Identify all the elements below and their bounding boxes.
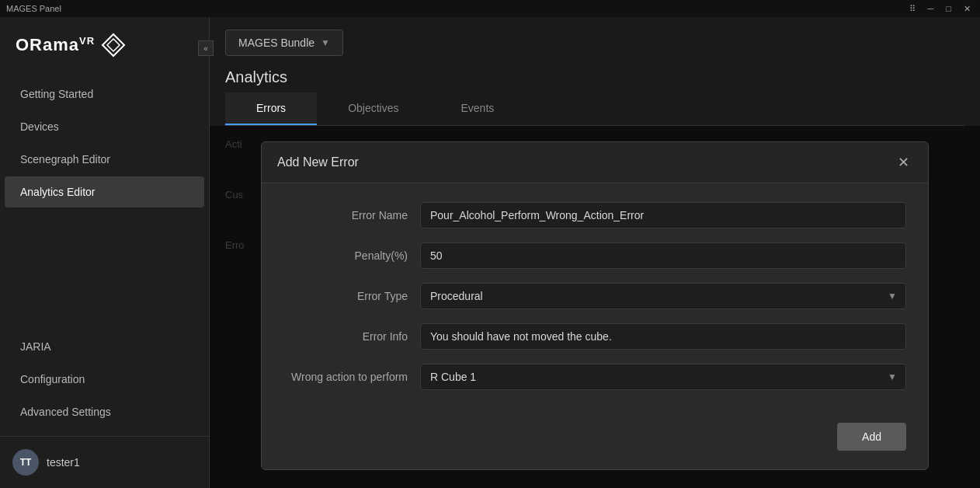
error-type-row: Error Type Procedural Safety Critical ▼: [283, 283, 906, 309]
tab-objectives[interactable]: Objectives: [317, 92, 429, 125]
sidebar-item-analytics-editor[interactable]: Analytics Editor: [5, 176, 204, 207]
bundle-dropdown-label: MAGES Bundle: [238, 37, 315, 49]
add-error-modal: Add New Error ✕ Error Name: [261, 141, 929, 470]
error-info-input[interactable]: [420, 323, 906, 350]
main-content: MAGES Bundle ▼ Analytics Errors Objectiv…: [210, 17, 980, 488]
username: tester1: [47, 456, 80, 469]
penalty-input[interactable]: [420, 242, 906, 269]
logo-text: ORamaVR: [16, 35, 95, 55]
chevron-down-icon: ▼: [321, 37, 330, 48]
error-name-input[interactable]: [420, 202, 906, 228]
sidebar-item-configuration[interactable]: Configuration: [5, 364, 204, 395]
tabs-bar: Errors Objectives Events: [225, 92, 964, 126]
sidebar-item-getting-started[interactable]: Getting Started: [5, 78, 204, 110]
sidebar-item-jaria[interactable]: JARIA: [5, 331, 204, 362]
modal-body: Error Name Penalty(%) Error Type: [262, 183, 928, 423]
sidebar-item-advanced-settings[interactable]: Advanced Settings: [5, 396, 204, 427]
penalty-row: Penalty(%): [283, 242, 906, 269]
modal-overlay: Add New Error ✕ Error Name: [210, 126, 980, 488]
title-bar-minimize[interactable]: ─: [925, 4, 937, 14]
logo-diamond-icon: [101, 33, 126, 58]
error-type-select-wrapper: Procedural Safety Critical ▼: [420, 283, 906, 309]
sidebar-collapse-button[interactable]: «: [198, 40, 214, 56]
logo-suffix: VR: [79, 35, 95, 47]
sidebar-bottom: TT tester1: [0, 436, 209, 488]
svg-marker-0: [103, 34, 124, 56]
tab-errors[interactable]: Errors: [225, 92, 317, 125]
avatar: TT: [12, 449, 39, 476]
wrong-action-select-wrapper: R Cube 1 R Cube 2 L Cube 1 ▼: [420, 364, 906, 390]
svg-marker-1: [107, 39, 120, 51]
sidebar-nav: Getting Started Devices Scenegraph Edito…: [0, 70, 209, 436]
modal-footer: Add: [262, 423, 928, 469]
bundle-dropdown[interactable]: MAGES Bundle ▼: [225, 30, 343, 56]
sidebar-logo: ORamaVR: [0, 17, 209, 70]
content-area: Acti Cus Erro Add New Error ✕: [210, 126, 980, 488]
error-type-label: Error Type: [283, 290, 408, 302]
modal-header: Add New Error ✕: [262, 142, 928, 183]
error-info-label: Error Info: [283, 330, 408, 343]
sidebar-item-scenegraph-editor[interactable]: Scenegraph Editor: [5, 144, 204, 175]
tab-events[interactable]: Events: [429, 92, 525, 125]
add-button[interactable]: Add: [837, 423, 906, 451]
title-bar-controls: ⠿ ─ □ ✕: [906, 4, 974, 14]
wrong-action-label: Wrong action to perform: [283, 371, 408, 383]
wrong-action-row: Wrong action to perform R Cube 1 R Cube …: [283, 364, 906, 390]
user-info: TT tester1: [12, 449, 196, 476]
penalty-label: Penalty(%): [283, 249, 408, 262]
error-name-row: Error Name: [283, 202, 906, 228]
sidebar: « ORamaVR Getting Started Devices Sceneg…: [0, 17, 210, 488]
title-bar: MAGES Panel ⠿ ─ □ ✕: [0, 0, 980, 17]
page-title: Analytics: [225, 68, 964, 86]
modal-close-button[interactable]: ✕: [894, 153, 912, 172]
title-bar-maximize[interactable]: □: [943, 4, 954, 14]
sidebar-item-devices[interactable]: Devices: [5, 111, 204, 142]
title-bar-dots[interactable]: ⠿: [906, 4, 919, 14]
title-bar-label: MAGES Panel: [6, 4, 61, 13]
title-bar-close[interactable]: ✕: [961, 4, 974, 14]
main-header: MAGES Bundle ▼ Analytics Errors Objectiv…: [210, 17, 980, 126]
error-name-label: Error Name: [283, 209, 408, 221]
error-info-row: Error Info: [283, 323, 906, 350]
app-body: « ORamaVR Getting Started Devices Sceneg…: [0, 17, 980, 488]
error-type-select[interactable]: Procedural Safety Critical: [420, 283, 906, 309]
wrong-action-select[interactable]: R Cube 1 R Cube 2 L Cube 1: [420, 364, 906, 390]
modal-title: Add New Error: [277, 155, 359, 169]
